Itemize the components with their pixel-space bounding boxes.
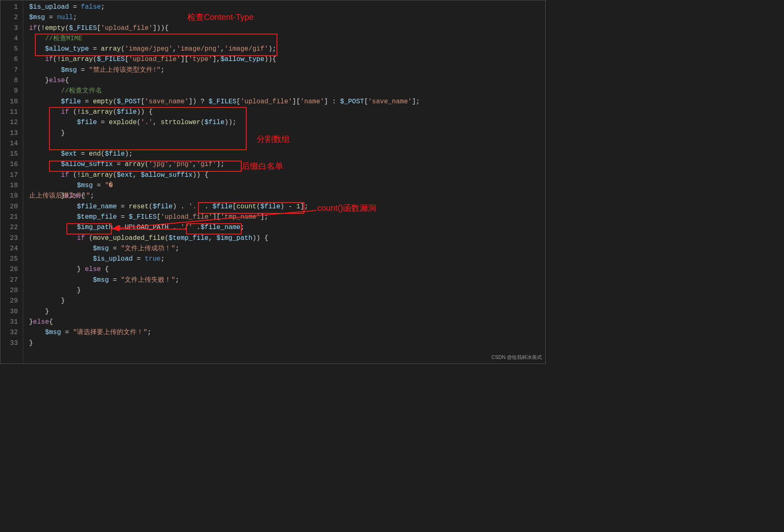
annot-strike — [112, 229, 186, 229]
code-line: }else{ — [29, 76, 545, 86]
line-number: 21 — [0, 212, 18, 222]
code-line: } — [29, 307, 545, 317]
line-number: 13 — [0, 128, 18, 139]
code-line: $file_name = reset($file) . '.' . $file[… — [29, 202, 545, 212]
line-number: 29 — [0, 296, 18, 306]
line-number: 3 — [0, 23, 18, 34]
line-number: 26 — [0, 264, 18, 275]
line-number: 24 — [0, 244, 18, 254]
line-number: 9 — [0, 86, 18, 96]
code-line: $img_path = UPLOAD_PATH . '/' .$file_nam… — [29, 222, 545, 233]
code-line: } — [29, 286, 545, 296]
code-line: $is_upload = false; — [29, 2, 545, 12]
line-number: 31 — [0, 317, 18, 327]
code-line: $msg = "请选择要上传的文件！"; — [29, 327, 545, 338]
line-number: 22 — [0, 222, 18, 233]
code-line — [29, 139, 545, 149]
code-line: $temp_file = $_FILES['upload_file']['tmp… — [29, 212, 545, 222]
code-line: $msg = "文件上传成功！"; — [29, 244, 545, 254]
code-line: } — [29, 338, 545, 349]
line-number: 6 — [0, 54, 18, 65]
code-line: if (move_uploaded_file($temp_file, $img_… — [29, 233, 545, 244]
code-line: }else{ — [29, 191, 545, 201]
line-number: 16 — [0, 159, 18, 170]
line-number: 25 — [0, 254, 18, 264]
code-line: $ext = end($file); — [29, 149, 545, 159]
line-number: 11 — [0, 107, 18, 117]
code-line: $file = explode('.', strtolower($file)); — [29, 117, 545, 128]
line-number: 14 — [0, 139, 18, 149]
code-line: //检查MIME — [29, 34, 545, 44]
line-number: 7 — [0, 65, 18, 76]
watermark: CSDN @给我杯冰美式 — [491, 354, 542, 361]
code-line: $file = empty($_POST['save_name']) ? $_F… — [29, 97, 545, 107]
code-line: $msg = "文件上传失败！"; — [29, 275, 545, 286]
code-line: if(!in_array($_FILES['upload_file']['typ… — [29, 54, 545, 65]
line-number: 5 — [0, 44, 18, 54]
code-editor: 1234567891011121314151617181920212223242… — [0, 0, 546, 364]
code-line: } else { — [29, 264, 545, 275]
code-line: //检查文件名 — [29, 86, 545, 96]
code-line: $is_upload = true; — [29, 254, 545, 264]
line-number: 19 — [0, 191, 18, 201]
code-line: if(!empty($_FILES['upload_file'])){ — [29, 23, 545, 34]
line-number: 17 — [0, 170, 18, 181]
code-line: }else{ — [29, 317, 545, 327]
line-number: 23 — [0, 233, 18, 244]
line-number: 15 — [0, 149, 18, 159]
line-number: 12 — [0, 117, 18, 128]
code-line: $allow_suffix = array('jpg','png','gif')… — [29, 159, 545, 170]
line-number: 28 — [0, 286, 18, 296]
code-line: } — [29, 296, 545, 306]
line-number: 10 — [0, 97, 18, 107]
code-line: if (!in_array($ext, $allow_suffix)) { — [29, 170, 545, 181]
code-area: $is_upload = false; $msg = null; if(!emp… — [23, 0, 545, 364]
code-line: } — [29, 128, 545, 139]
line-number: 30 — [0, 307, 18, 317]
line-number: 2 — [0, 12, 18, 23]
line-number: 8 — [0, 76, 18, 86]
code-line: if (!is_array($file)) { — [29, 107, 545, 117]
line-number: 33 — [0, 338, 18, 349]
line-number: 32 — [0, 327, 18, 338]
code-line: $msg = null; — [29, 12, 545, 23]
line-number-gutter: 1234567891011121314151617181920212223242… — [0, 0, 23, 364]
code-line: $msg = "� 止上传该后缀文件!"; — [29, 181, 545, 191]
code-line: $allow_type = array('image/jpeg','image/… — [29, 44, 545, 54]
line-number: 1 — [0, 2, 18, 12]
line-number: 4 — [0, 34, 18, 44]
line-number: 27 — [0, 275, 18, 286]
code-line: $msg = "禁止上传该类型文件!"; — [29, 65, 545, 76]
line-number: 20 — [0, 202, 18, 212]
editor-surface: 1234567891011121314151617181920212223242… — [0, 0, 545, 364]
line-number: 18 — [0, 181, 18, 191]
